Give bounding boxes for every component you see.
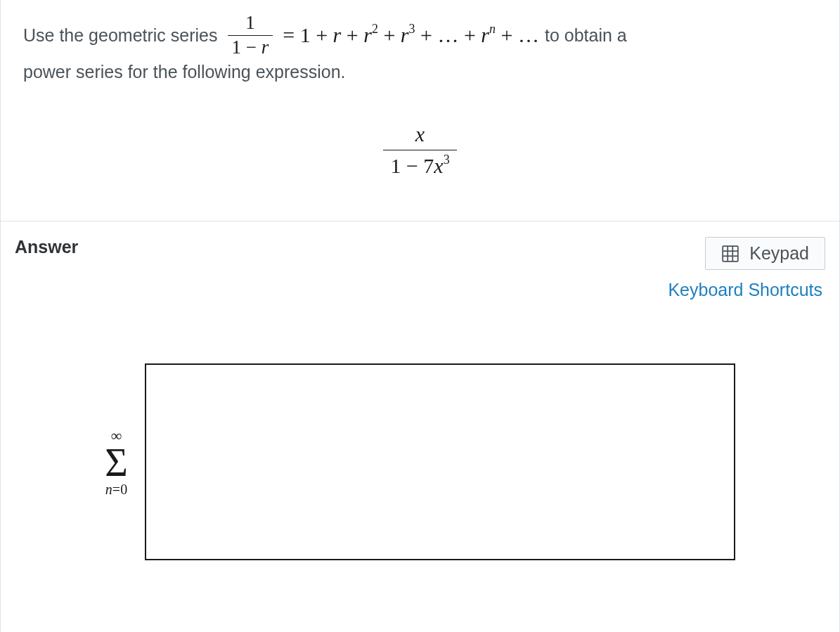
- answer-header: Answer Keypad Keyboard Shortcuts: [15, 237, 825, 300]
- geometric-fraction: 1 1 − r: [228, 13, 273, 58]
- answer-section: Answer Keypad Keyboard Shortcuts: [1, 221, 839, 560]
- answer-label: Answer: [15, 237, 78, 257]
- sigma-notation: ∞ Σ n=0: [105, 428, 128, 496]
- keypad-label: Keypad: [749, 243, 809, 264]
- question-prefix: Use the geometric series: [23, 21, 218, 49]
- answer-input-row: ∞ Σ n=0: [15, 363, 825, 560]
- expr-numerator: x: [408, 121, 432, 150]
- sigma-lower-limit: n=0: [105, 482, 127, 496]
- keypad-icon: [721, 245, 739, 263]
- answer-input[interactable]: [145, 363, 735, 560]
- question-line-1: Use the geometric series 1 1 − r = 1 + r…: [23, 13, 817, 58]
- sigma-symbol: Σ: [105, 445, 128, 480]
- question-suffix: to obtain a: [545, 21, 627, 49]
- frac-numerator: 1: [241, 13, 259, 35]
- frac-denominator: 1 − r: [228, 35, 273, 58]
- keypad-button[interactable]: Keypad: [705, 237, 825, 270]
- question-line-2: power series for the following expressio…: [23, 58, 817, 86]
- question-panel: Use the geometric series 1 1 − r = 1 + r…: [0, 0, 840, 632]
- target-expression: x 1 − 7x3: [23, 121, 817, 179]
- expr-denominator: 1 − 7x3: [383, 150, 456, 179]
- answer-controls: Keypad Keyboard Shortcuts: [668, 237, 825, 300]
- question-text: Use the geometric series 1 1 − r = 1 + r…: [1, 0, 839, 221]
- svg-rect-0: [723, 246, 738, 262]
- series-expansion: = 1 + r + r2 + r3 + … + rn + …: [283, 18, 539, 52]
- keyboard-shortcuts-link[interactable]: Keyboard Shortcuts: [668, 280, 825, 300]
